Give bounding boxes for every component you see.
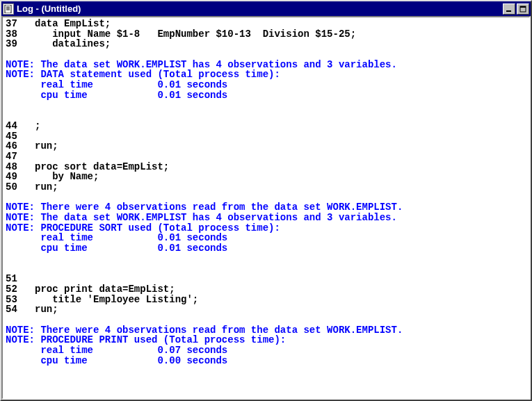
log-line — [6, 366, 526, 376]
log-line — [6, 315, 526, 325]
log-line: 53 title 'Employee Listing'; — [6, 295, 526, 305]
maximize-button[interactable] — [517, 3, 529, 15]
log-line: 48 proc sort data=EmpList; — [6, 162, 526, 172]
log-line: 50 run; — [6, 182, 526, 193]
window-controls — [503, 3, 529, 15]
log-line: 47 — [6, 152, 526, 162]
log-line — [6, 49, 526, 60]
log-line: cpu time 0.01 seconds — [6, 243, 526, 254]
log-line: NOTE: There were 4 observations read fro… — [6, 325, 526, 336]
log-line: real time 0.01 seconds — [6, 233, 526, 243]
log-line — [6, 111, 526, 121]
log-line: real time 0.07 seconds — [6, 345, 526, 356]
log-line — [6, 254, 526, 264]
log-line: NOTE: There were 4 observations read fro… — [6, 202, 526, 213]
log-line: cpu time 0.00 seconds — [6, 356, 526, 366]
svg-rect-4 — [506, 10, 511, 12]
log-line: 39 datalines; — [6, 39, 526, 49]
log-line: 51 — [6, 274, 526, 284]
log-line: NOTE: DATA statement used (Total process… — [6, 69, 526, 80]
log-line: NOTE: The data set WORK.EMPLIST has 4 ob… — [6, 60, 526, 70]
minimize-button[interactable] — [503, 3, 515, 15]
log-content[interactable]: 37 data EmpList;38 input Name $1-8 EmpNu… — [1, 16, 531, 400]
titlebar[interactable]: Log - (Untitled) — [1, 1, 531, 16]
log-line: real time 0.01 seconds — [6, 80, 526, 90]
log-window: Log - (Untitled) 37 data EmpList;38 inpu… — [0, 0, 532, 401]
log-line — [6, 193, 526, 203]
window-title: Log - (Untitled) — [17, 3, 500, 14]
log-line: 45 — [6, 131, 526, 142]
log-line: cpu time 0.01 seconds — [6, 90, 526, 101]
log-line: 52 proc print data=EmpList; — [6, 284, 526, 295]
svg-rect-0 — [5, 5, 11, 13]
log-line: 54 run; — [6, 304, 526, 315]
log-line: NOTE: PROCEDURE SORT used (Total process… — [6, 223, 526, 234]
log-line: 46 run; — [6, 141, 526, 152]
log-line: 38 input Name $1-8 EmpNumber $10-13 Divi… — [6, 29, 526, 40]
log-line: 44 ; — [6, 121, 526, 131]
notepad-icon — [3, 3, 14, 15]
svg-rect-6 — [520, 6, 526, 8]
log-line: 49 by Name; — [6, 172, 526, 182]
log-line — [6, 101, 526, 111]
log-line: 37 data EmpList; — [6, 19, 526, 29]
log-line: NOTE: PROCEDURE PRINT used (Total proces… — [6, 335, 526, 345]
log-line: NOTE: The data set WORK.EMPLIST has 4 ob… — [6, 213, 526, 223]
log-line — [6, 264, 526, 275]
